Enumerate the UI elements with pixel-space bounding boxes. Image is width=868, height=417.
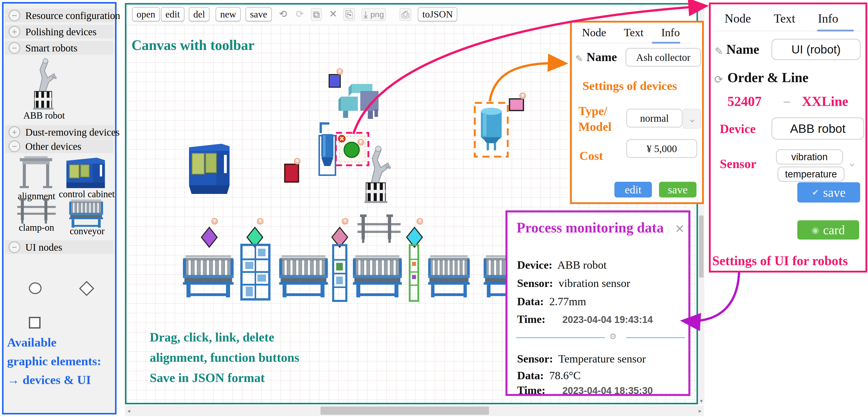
cost-label: Cost xyxy=(580,149,603,163)
expand-icon[interactable]: + xyxy=(9,26,20,37)
expand-icon[interactable]: + xyxy=(9,126,20,138)
cyan-diamond-node[interactable] xyxy=(407,218,423,247)
vertical-scroll-thumb[interactable] xyxy=(699,215,704,277)
tab-text[interactable]: Text xyxy=(774,11,795,25)
rack-green-node[interactable] xyxy=(410,245,418,301)
conveyor-palette-item[interactable] xyxy=(65,195,107,228)
time-row: Time: 2023-04-04 18:35:30 xyxy=(517,384,653,397)
blue-square-node[interactable] xyxy=(329,69,343,87)
tab-text[interactable]: Text xyxy=(624,26,644,39)
diamond-node-palette-item[interactable] xyxy=(79,281,94,296)
sidebar-group-other-devices[interactable]: − Other devices xyxy=(5,140,114,153)
purple-diamond-node[interactable] xyxy=(202,218,217,247)
sidebar-group-polishing-devices[interactable]: + Polishing devices xyxy=(5,25,114,38)
green-diamond-node[interactable] xyxy=(247,218,263,247)
conveyor-node[interactable] xyxy=(353,255,402,297)
scroll-up-icon[interactable]: ▴ xyxy=(698,4,704,10)
device-input[interactable]: ABB robot xyxy=(772,117,864,140)
card-button[interactable]: ◉ card xyxy=(797,220,859,240)
chevron-down-icon[interactable]: ⌄ xyxy=(847,156,856,169)
cnc-machine-node[interactable] xyxy=(189,144,229,194)
edit-button[interactable]: edit xyxy=(614,182,652,198)
pencil-icon: ✎ xyxy=(715,46,723,57)
caption-line: Available xyxy=(7,333,116,352)
square-node-palette-item[interactable] xyxy=(29,317,40,329)
chevron-down-icon[interactable]: ⌄ xyxy=(683,109,701,128)
order-dash: – xyxy=(784,93,790,108)
horizontal-scrollbar[interactable]: ◂ ▸ xyxy=(125,405,704,416)
conveyor-label: conveyor xyxy=(62,226,113,237)
hopper-node[interactable] xyxy=(319,123,336,175)
collapse-icon[interactable]: − xyxy=(9,10,20,21)
tab-info[interactable]: Info xyxy=(818,11,838,25)
abb-robot-label: ABB robot xyxy=(19,110,69,121)
gear-icon[interactable]: ⚙ xyxy=(609,332,617,341)
teal-machine-node[interactable] xyxy=(339,84,378,119)
group-label: Resource configuration xyxy=(25,10,120,22)
data-row: Data: 2.77mm xyxy=(517,295,586,308)
tab-node[interactable]: Node xyxy=(582,26,606,39)
palette-sidebar: − Resource configuration + Polishing dev… xyxy=(2,2,117,414)
sidebar-caption: Available graphic elements: → devices & … xyxy=(7,333,116,389)
divider-line-left xyxy=(516,337,605,338)
save-button[interactable]: save xyxy=(659,182,696,198)
red-square-node[interactable] xyxy=(285,158,300,182)
device-settings-popup: Node Text Info ✎ Name Ash collector Sett… xyxy=(570,21,704,204)
horizontal-scroll-thumb[interactable] xyxy=(320,407,489,415)
conveyor-node[interactable] xyxy=(428,255,470,297)
pink-square-node[interactable] xyxy=(509,93,525,111)
sensor-input-1[interactable]: vibration xyxy=(776,149,843,165)
cylinder-node[interactable] xyxy=(481,108,502,150)
abb-robot-palette-item[interactable] xyxy=(28,56,59,110)
refresh-icon: ⟳ xyxy=(714,73,723,86)
circle-node-palette-item[interactable] xyxy=(29,282,41,294)
collapse-icon[interactable]: − xyxy=(9,42,20,54)
selected-cylinder-group[interactable] xyxy=(475,103,508,157)
selected-ui-node-group[interactable] xyxy=(336,133,368,165)
clamp-on-label: clamp-on xyxy=(11,222,62,233)
close-icon[interactable]: × xyxy=(675,221,685,235)
scroll-left-icon[interactable]: ◂ xyxy=(125,405,132,416)
scroll-down-icon[interactable]: ▾ xyxy=(698,398,704,404)
sidebar-group-ui-nodes[interactable]: − UI nodes xyxy=(5,240,114,254)
divider-line-right xyxy=(626,337,685,338)
settings-of-devices-heading: Settings of devices xyxy=(583,79,677,93)
clamp-on-node[interactable] xyxy=(358,214,401,243)
group-label: Smart robots xyxy=(25,42,78,54)
clamp-on-palette-item[interactable] xyxy=(15,198,58,224)
name-label: Name xyxy=(726,42,759,57)
sensor-label: Sensor xyxy=(720,156,756,171)
name-input[interactable]: Ash collector xyxy=(625,48,701,67)
delete-node-badge[interactable] xyxy=(338,135,345,142)
green-circle-node[interactable] xyxy=(344,142,359,157)
tab-info[interactable]: Info xyxy=(661,26,680,39)
cost-input[interactable]: ¥ 5,000 xyxy=(626,139,697,158)
group-label: Dust-removing devices xyxy=(25,126,120,138)
sidebar-group-resource-configuration[interactable]: − Resource configuration xyxy=(5,9,114,22)
sidebar-group-dust-removing[interactable]: + Dust-removing devices xyxy=(5,125,114,139)
conveyor-node[interactable] xyxy=(279,255,328,297)
control-cabinet-palette-item[interactable] xyxy=(66,157,105,188)
popup-title: Process monitoring data xyxy=(517,219,664,236)
type-model-label: Type/ Model xyxy=(579,103,612,135)
alignment-palette-item[interactable] xyxy=(19,155,53,189)
save-button[interactable]: ✔ save xyxy=(797,182,860,203)
collapse-icon[interactable]: − xyxy=(9,141,20,152)
conveyor-node[interactable] xyxy=(183,255,234,297)
sensor-row: Sensor: vibration sensor xyxy=(517,277,630,290)
scroll-right-icon[interactable]: ▸ xyxy=(697,405,703,416)
device-row: Device: ABB robot xyxy=(517,259,607,271)
panel-caption: Settings of UI for robots xyxy=(712,253,866,268)
tab-node[interactable]: Node xyxy=(724,11,751,25)
pink-diamond-node[interactable] xyxy=(332,218,348,247)
active-tab-underline xyxy=(652,42,680,43)
sidebar-group-smart-robots[interactable]: − Smart robots xyxy=(5,41,114,55)
collapse-icon[interactable]: − xyxy=(9,241,20,253)
rack-narrow-node[interactable] xyxy=(333,245,346,301)
rack-node[interactable] xyxy=(242,245,269,299)
type-select[interactable]: normal xyxy=(626,109,683,127)
caption-line: → devices & UI xyxy=(7,370,116,389)
sensor-row: Sensor: Temperature sensor xyxy=(517,352,646,365)
name-input[interactable]: UI (robot) xyxy=(772,39,861,60)
sensor-input-2[interactable]: temperature xyxy=(778,167,844,182)
